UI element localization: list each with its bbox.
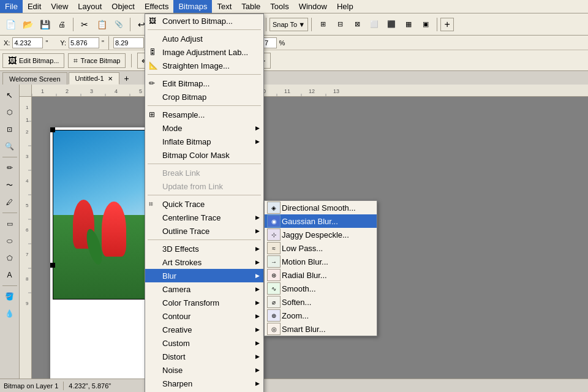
menu-contour[interactable]: Contour xyxy=(145,309,263,323)
toolbar-copy[interactable]: 📋 xyxy=(94,17,110,32)
menu-camera[interactable]: Camera xyxy=(145,282,263,296)
x-input[interactable] xyxy=(12,37,43,48)
toolbar-save[interactable]: 💾 xyxy=(37,17,53,32)
blur-directional-smooth[interactable]: ◈ Directional Smooth... xyxy=(265,201,377,214)
tool-calligraphy[interactable]: 🖊 xyxy=(2,194,18,210)
tool-polygon[interactable]: ⬠ xyxy=(2,250,18,266)
menu-outline-trace[interactable]: Outline Trace xyxy=(145,224,263,238)
menu-object[interactable]: Object xyxy=(107,0,140,13)
menu-window[interactable]: Window xyxy=(294,0,332,13)
blur-soften[interactable]: ⌀ Soften... xyxy=(265,295,377,309)
menu-effects[interactable]: Effects xyxy=(140,0,174,13)
w-input[interactable] xyxy=(113,37,144,48)
menu-edit[interactable]: Edit xyxy=(23,0,46,13)
menu-custom[interactable]: Custom xyxy=(145,336,263,350)
menu-convert-to-bitmap[interactable]: 🖼 Convert to Bitmap... xyxy=(145,14,263,28)
straighten-icon: 📐 xyxy=(149,61,158,70)
tool-zoom[interactable]: 🔍 xyxy=(2,138,18,154)
handle-tl[interactable] xyxy=(50,127,55,132)
menu-edit-bitmap[interactable]: ✏ Edit Bitmap... xyxy=(145,77,263,90)
toolbar-print[interactable]: 🖨 xyxy=(54,17,70,32)
tool-node[interactable]: ⬡ xyxy=(2,104,18,120)
tool-rect[interactable]: ▭ xyxy=(2,216,18,232)
blur-jaggy-despeckle[interactable]: ⊹ Jaggy Despeckle... xyxy=(265,228,377,241)
menu-view[interactable]: View xyxy=(46,0,73,13)
blur-gaussian[interactable]: ◉ Gaussian Blur... xyxy=(265,214,377,228)
tool-fill[interactable]: 🪣 xyxy=(2,288,18,304)
y-input[interactable] xyxy=(69,37,99,48)
menu-distort[interactable]: Distort xyxy=(145,350,263,363)
menu-file[interactable]: File xyxy=(0,0,23,13)
tool-freehand[interactable]: ✏ xyxy=(2,160,18,176)
tool-select[interactable]: ↖ xyxy=(2,87,18,103)
blur-zoom[interactable]: ⊕ Zoom... xyxy=(265,309,377,322)
blur-smart[interactable]: ◎ Smart Blur... xyxy=(265,322,377,336)
menu-3d-effects[interactable]: 3D Effects xyxy=(145,242,263,255)
tool-crop[interactable]: ⊡ xyxy=(2,121,18,137)
menu-image-adjustment[interactable]: 🎛 Image Adjustment Lab... xyxy=(145,45,263,59)
align-btn5[interactable]: ⬛ xyxy=(383,17,399,32)
menu-auto-adjust[interactable]: Auto Adjust xyxy=(145,32,263,45)
svg-text:12: 12 xyxy=(309,88,315,94)
align-btn1[interactable]: ⊞ xyxy=(315,17,331,32)
sm-icon: ∿ xyxy=(267,282,281,295)
align-btn6[interactable]: ▦ xyxy=(401,17,417,32)
tab-welcome[interactable]: Welcome Screen xyxy=(2,72,67,85)
sep8 xyxy=(437,18,437,31)
svg-text:1: 1 xyxy=(26,105,29,110)
menu-centerline-trace[interactable]: Centerline Trace xyxy=(145,211,263,224)
tool-text[interactable]: A xyxy=(2,267,18,283)
sep7 xyxy=(311,18,312,31)
menu-crop-bitmap[interactable]: Crop Bitmap xyxy=(145,90,263,104)
menu-mode[interactable]: Mode xyxy=(145,121,263,135)
tab-untitled[interactable]: Untitled-1 ✕ xyxy=(69,72,119,85)
menu-break-link[interactable]: Break Link xyxy=(145,166,263,179)
blur-smooth[interactable]: ∿ Smooth... xyxy=(265,282,377,295)
menu-blur[interactable]: Blur xyxy=(145,269,263,282)
menu-art-strokes[interactable]: Art Strokes xyxy=(145,255,263,269)
toolbar-new[interactable]: 📄 xyxy=(2,17,18,32)
align-btn4[interactable]: ⬜ xyxy=(366,17,382,32)
blur-motion[interactable]: → Motion Blur... xyxy=(265,255,377,268)
align-btn3[interactable]: ⊠ xyxy=(349,17,365,32)
menu-sharpen[interactable]: Sharpen xyxy=(145,377,263,390)
toolbar-open[interactable]: 📂 xyxy=(20,17,36,32)
menu-text[interactable]: Text xyxy=(212,0,236,13)
menu-update-from-link[interactable]: Update from Link xyxy=(145,179,263,193)
svg-text:3: 3 xyxy=(90,88,93,94)
menu-quick-trace[interactable]: ⌗ Quick Trace xyxy=(145,197,263,211)
handle-ml[interactable] xyxy=(50,263,55,268)
menu-bitmaps[interactable]: Bitmaps xyxy=(173,0,212,13)
trace-bitmap-btn[interactable]: ⌗ Trace Bitmap xyxy=(68,53,126,68)
menu-straighten[interactable]: 📐 Straighten Image... xyxy=(145,59,263,72)
tab-add[interactable]: + xyxy=(121,72,133,85)
menu-creative[interactable]: Creative xyxy=(145,323,263,336)
menu-layout[interactable]: Layout xyxy=(73,0,107,13)
edit-bitmap-label: Edit Bitmap... xyxy=(19,57,59,64)
menu-help[interactable]: Help xyxy=(332,0,358,13)
menu-inflate-bitmap[interactable]: Inflate Bitmap xyxy=(145,135,263,148)
tab-close-icon[interactable]: ✕ xyxy=(108,75,113,82)
align-btn7[interactable]: ▣ xyxy=(418,17,434,32)
tool-ellipse[interactable]: ⬭ xyxy=(2,233,18,249)
snap-to-btn[interactable]: Snap To ▼ xyxy=(270,18,308,31)
more-btn[interactable]: + xyxy=(440,18,454,31)
menu-table[interactable]: Table xyxy=(236,0,265,13)
blur-low-pass[interactable]: ≈ Low Pass... xyxy=(265,241,377,255)
rb-icon: ⊛ xyxy=(267,269,281,281)
toolbar-paste[interactable]: 📎 xyxy=(111,17,127,32)
toolbar-cut[interactable]: ✂ xyxy=(77,17,92,32)
tool-sep2 xyxy=(2,213,17,213)
edit-bitmap-btn[interactable]: 🖼 Edit Bitmap... xyxy=(2,53,64,68)
menu-resample[interactable]: ⊞ Resample... xyxy=(145,108,263,121)
blur-radial[interactable]: ⊛ Radial Blur... xyxy=(265,268,377,282)
menu-tools[interactable]: Tools xyxy=(265,0,293,13)
align-btn2[interactable]: ⊟ xyxy=(332,17,348,32)
menu-bitmap-color-mask[interactable]: Bitmap Color Mask xyxy=(145,148,263,162)
menu-noise[interactable]: Noise xyxy=(145,363,263,377)
bm-sep1 xyxy=(131,54,132,67)
menu-color-transform[interactable]: Color Transform xyxy=(145,296,263,309)
tool-bezier[interactable]: 〜 xyxy=(2,177,18,193)
tool-eyedropper[interactable]: 💧 xyxy=(2,306,18,322)
quick-trace-icon: ⌗ xyxy=(149,200,153,208)
